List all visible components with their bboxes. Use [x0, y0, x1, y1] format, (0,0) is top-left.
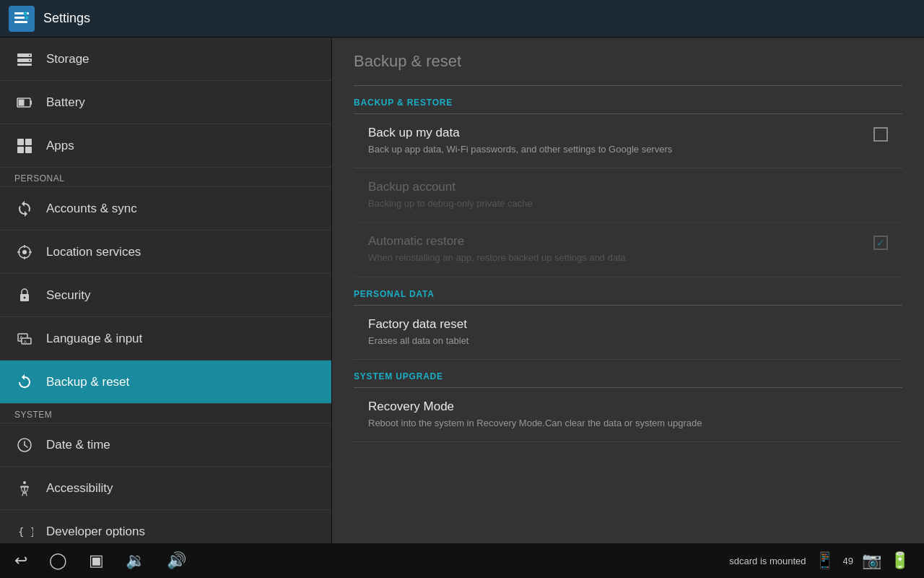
automatic-restore-checkbox [873, 236, 888, 250]
backup-account-subtitle: Backing up to debug-only private cache [368, 197, 888, 210]
svg-rect-11 [30, 100, 32, 105]
main-layout: Storage Battery Apps PERSONAL Accounts &… [0, 38, 924, 543]
battery-label: Battery [46, 95, 85, 110]
language-input-label: Language & input [46, 332, 142, 346]
backup-icon [14, 372, 35, 392]
clock-icon [14, 435, 35, 455]
sync-icon [14, 199, 35, 219]
sidebar-item-location-services[interactable]: Location services [0, 230, 331, 274]
svg-rect-2 [14, 21, 27, 23]
svg-point-9 [29, 59, 30, 61]
recovery-mode-title: Recovery Mode [368, 400, 888, 414]
battery-icon [14, 92, 35, 113]
back-up-my-data-text: Back up my data Back up app data, Wi-Fi … [368, 126, 862, 156]
sidebar-item-backup-reset[interactable]: Backup & reset [0, 361, 331, 404]
sidebar-item-accounts-sync[interactable]: Accounts & sync [0, 187, 331, 230]
svg-rect-13 [17, 139, 24, 145]
sidebar-item-language-input[interactable]: AA Language & input [0, 317, 331, 361]
sidebar-item-battery[interactable]: Battery [0, 81, 331, 124]
accounts-sync-label: Accounts & sync [46, 202, 137, 216]
location-icon [14, 242, 35, 262]
backup-account-text: Backup account Backing up to debug-only … [368, 180, 888, 210]
wifi-icon: 📷 [862, 551, 881, 570]
back-up-my-data-title: Back up my data [368, 126, 862, 140]
volume-down-button[interactable]: 🔉 [126, 551, 145, 570]
factory-data-reset-subtitle: Erases all data on tablet [368, 335, 888, 348]
content-area: Backup & reset BACKUP & RESTORE Back up … [332, 38, 924, 543]
sidebar-item-apps[interactable]: Apps [0, 124, 331, 168]
svg-text:A: A [24, 340, 27, 344]
svg-point-4 [24, 12, 27, 15]
svg-rect-16 [25, 147, 32, 153]
apps-icon [14, 136, 35, 156]
sim-icon: 📱 [815, 551, 834, 570]
apps-label: Apps [46, 139, 74, 153]
back-up-my-data-item[interactable]: Back up my data Back up app data, Wi-Fi … [354, 114, 902, 168]
sdcard-status: sdcard is mounted [729, 556, 806, 566]
accessibility-label: Accessibility [46, 481, 113, 496]
factory-data-reset-item[interactable]: Factory data reset Erases all data on ta… [354, 306, 902, 360]
content-title: Backup & reset [354, 52, 902, 71]
security-icon [14, 285, 35, 306]
automatic-restore-subtitle: When reinstalling an app, restore backed… [368, 251, 862, 264]
svg-point-18 [22, 250, 27, 254]
date-time-label: Date & time [46, 438, 110, 452]
back-up-my-data-subtitle: Back up app data, Wi-Fi passwords, and o… [368, 143, 862, 156]
storage-label: Storage [46, 52, 90, 66]
volume-up-button[interactable]: 🔊 [167, 551, 186, 570]
signal-time: 49 [843, 556, 853, 566]
app-title: Settings [43, 11, 90, 26]
backup-account-item: Backup account Backing up to debug-only … [354, 168, 902, 223]
automatic-restore-item: Automatic restore When reinstalling an a… [354, 223, 902, 277]
svg-rect-12 [19, 99, 25, 105]
personal-data-header: PERSONAL DATA [354, 277, 902, 306]
backup-account-title: Backup account [368, 180, 888, 194]
sidebar-item-developer-options[interactable]: { } Developer options [0, 510, 331, 543]
back-button[interactable]: ↩ [14, 551, 27, 570]
status-left-icons: ↩ ◯ ▣ 🔉 🔊 [14, 551, 186, 570]
automatic-restore-text: Automatic restore When reinstalling an a… [368, 234, 862, 264]
title-bar: Settings [0, 0, 924, 38]
svg-point-3 [25, 16, 29, 20]
battery-status-icon: 🔋 [890, 551, 910, 570]
back-up-my-data-checkbox[interactable] [873, 127, 888, 142]
system-upgrade-header: SYSTEM UPGRADE [354, 360, 902, 388]
recovery-mode-text: Recovery Mode Reboot into the system in … [368, 400, 888, 430]
recovery-mode-item[interactable]: Recovery Mode Reboot into the system in … [354, 388, 902, 442]
backup-restore-header: BACKUP & RESTORE [354, 86, 902, 114]
sidebar-item-security[interactable]: Security [0, 274, 331, 317]
status-bar: ↩ ◯ ▣ 🔉 🔊 sdcard is mounted 📱 49 📷 🔋 [0, 543, 924, 578]
backup-reset-label: Backup & reset [46, 375, 129, 389]
svg-rect-7 [17, 64, 32, 66]
language-icon: AA [14, 329, 35, 349]
sidebar: Storage Battery Apps PERSONAL Accounts &… [0, 38, 332, 543]
home-button[interactable]: ◯ [49, 551, 67, 570]
svg-rect-14 [25, 139, 32, 145]
svg-rect-15 [17, 147, 24, 153]
sidebar-item-date-time[interactable]: Date & time [0, 423, 331, 467]
sidebar-item-accessibility[interactable]: Accessibility [0, 467, 331, 510]
svg-point-8 [29, 54, 30, 56]
system-section-label: SYSTEM [0, 404, 331, 423]
app-icon [9, 6, 35, 32]
factory-data-reset-text: Factory data reset Erases all data on ta… [368, 317, 888, 348]
storage-icon [14, 49, 35, 69]
accessibility-icon [14, 478, 35, 499]
automatic-restore-title: Automatic restore [368, 234, 862, 249]
svg-point-24 [24, 296, 26, 298]
svg-line-31 [25, 445, 27, 447]
factory-data-reset-title: Factory data reset [368, 317, 888, 332]
svg-text:{ }: { } [18, 526, 33, 538]
svg-rect-1 [14, 17, 25, 19]
svg-point-32 [23, 481, 26, 484]
sidebar-item-storage[interactable]: Storage [0, 38, 331, 81]
status-right-area: sdcard is mounted 📱 49 📷 🔋 [729, 551, 910, 570]
personal-section-label: PERSONAL [0, 168, 331, 187]
recent-apps-button[interactable]: ▣ [89, 551, 104, 570]
developer-icon: { } [14, 522, 35, 542]
recovery-mode-subtitle: Reboot into the system in Recovery Mode.… [368, 417, 888, 430]
security-label: Security [46, 288, 90, 303]
developer-options-label: Developer options [46, 525, 145, 539]
location-services-label: Location services [46, 245, 141, 259]
